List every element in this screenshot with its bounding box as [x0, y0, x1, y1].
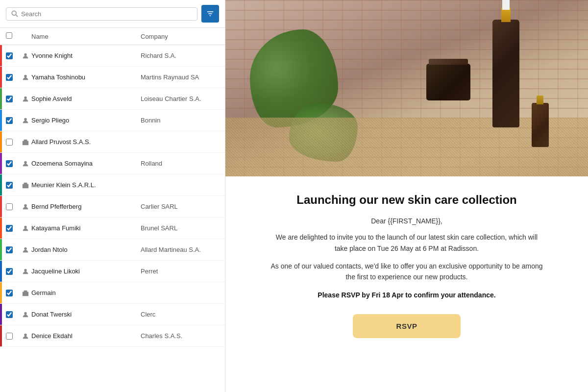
search-bar — [0, 0, 225, 28]
svg-point-20 — [24, 312, 26, 314]
contact-checkbox[interactable] — [6, 268, 13, 275]
column-header-company: Company — [141, 33, 219, 40]
svg-point-16 — [24, 269, 26, 271]
person-icon — [20, 246, 31, 253]
contact-row: Jacqueline LikokiPerret — [0, 261, 225, 282]
email-preview-panel: Launching our new skin care collection D… — [225, 0, 588, 392]
contact-row: Germain — [0, 282, 225, 304]
svg-line-1 — [16, 15, 18, 17]
person-icon — [20, 333, 31, 340]
svg-rect-18 — [24, 290, 27, 292]
svg-rect-7 — [24, 139, 27, 141]
svg-rect-12 — [24, 185, 26, 187]
contact-company: Rolland — [141, 160, 219, 167]
contact-checkbox[interactable] — [6, 74, 13, 81]
contact-name: Katayama Fumiki — [31, 224, 141, 232]
contact-name: Allard Pruvost S.A.S. — [31, 138, 141, 146]
column-header-name: Name — [31, 33, 141, 40]
row-color-bar — [0, 110, 2, 131]
contact-name: Denice Ekdahl — [31, 332, 141, 340]
contact-company: Allard Martineau S.A. — [141, 246, 219, 253]
contact-name: Ozoemena Somayina — [31, 160, 141, 167]
company-icon — [20, 139, 31, 146]
svg-rect-11 — [24, 182, 27, 184]
contact-name: Jordan Ntolo — [31, 246, 141, 253]
person-icon — [20, 311, 31, 318]
svg-point-3 — [24, 74, 26, 77]
email-paragraph-1: We are delighted to invite you to the la… — [270, 232, 544, 254]
contact-company: Richard S.A. — [141, 52, 219, 59]
contact-checkbox[interactable] — [6, 203, 13, 210]
contact-checkbox[interactable] — [6, 160, 13, 167]
search-input-wrapper[interactable] — [6, 7, 197, 21]
row-color-bar — [0, 67, 2, 88]
select-all-checkbox[interactable] — [6, 32, 12, 39]
person-icon — [20, 203, 31, 210]
contact-list-panel: Name Company Yvonne KnightRichard S.A. Y… — [0, 0, 225, 392]
email-hero-image — [225, 0, 588, 176]
person-icon — [20, 52, 31, 59]
svg-rect-19 — [24, 293, 26, 295]
contact-row: Yamaha ToshinobuMartins Raynaud SA — [0, 67, 225, 88]
rsvp-button[interactable]: RSVP — [353, 314, 461, 338]
contact-name: Sophie Asveld — [31, 95, 141, 102]
svg-point-4 — [24, 96, 26, 98]
svg-point-0 — [12, 11, 16, 15]
contact-checkbox[interactable] — [6, 225, 13, 232]
svg-point-21 — [24, 333, 26, 336]
person-icon — [20, 268, 31, 275]
row-color-bar — [0, 196, 2, 217]
row-color-bar — [0, 45, 2, 66]
contact-checkbox[interactable] — [6, 333, 13, 340]
row-color-bar — [0, 153, 2, 174]
contact-checkbox[interactable] — [6, 52, 13, 59]
company-icon — [20, 290, 31, 296]
contact-company: Bonnin — [141, 117, 219, 124]
person-icon — [20, 74, 31, 81]
company-icon — [20, 182, 31, 189]
contact-checkbox[interactable] — [6, 246, 13, 253]
contact-checkbox[interactable] — [6, 117, 13, 124]
contact-name: Germain — [31, 289, 141, 296]
contact-checkbox[interactable] — [6, 290, 13, 296]
email-preview: Launching our new skin care collection D… — [225, 0, 588, 358]
contact-checkbox[interactable] — [6, 96, 13, 102]
email-greeting: Dear {{FIRST_NAME}}, — [270, 217, 544, 225]
filter-icon — [206, 10, 214, 18]
search-input[interactable] — [21, 10, 192, 18]
contact-checkbox[interactable] — [6, 139, 13, 146]
svg-point-13 — [24, 204, 26, 206]
contact-company: Charles S.A.S. — [141, 332, 219, 340]
contact-checkbox[interactable] — [6, 311, 13, 318]
row-color-bar — [0, 325, 2, 346]
contact-name: Meunier Klein S.A.R.L. — [31, 181, 141, 189]
contact-checkbox[interactable] — [6, 182, 13, 189]
email-body: Launching our new skin care collection D… — [240, 176, 573, 358]
row-color-bar — [0, 218, 2, 239]
contact-name: Donat Twerski — [31, 311, 141, 318]
bottle-tall — [492, 20, 519, 127]
contact-name: Yamaha Toshinobu — [31, 74, 141, 81]
svg-point-2 — [24, 53, 26, 55]
contact-company: Perret — [141, 268, 219, 275]
contact-row: Bernd PfefferbergCarlier SARL — [0, 196, 225, 218]
row-color-bar — [0, 239, 2, 260]
rsvp-button-wrapper: RSVP — [270, 314, 544, 338]
contact-row: Donat TwerskiClerc — [0, 304, 225, 325]
contact-company: Brunel SARL — [141, 224, 219, 232]
row-color-bar — [0, 282, 2, 303]
row-color-bar — [0, 88, 2, 109]
row-color-bar — [0, 304, 2, 325]
row-color-bar — [0, 174, 2, 196]
contact-row: Meunier Klein S.A.R.L. — [0, 174, 225, 196]
contact-company: Martins Raynaud SA — [141, 74, 219, 81]
filter-button[interactable] — [201, 5, 219, 23]
contact-row: Yvonne KnightRichard S.A. — [0, 45, 225, 67]
contact-company: Clerc — [141, 311, 219, 318]
table-header: Name Company — [0, 28, 225, 45]
row-color-bar — [0, 131, 2, 152]
contact-company: Loiseau Chartier S.A. — [141, 95, 219, 102]
email-cta-text: Please RSVP by Fri 18 Apr to confirm you… — [270, 290, 544, 300]
contact-row: Ozoemena SomayinaRolland — [0, 153, 225, 174]
svg-point-14 — [24, 225, 26, 228]
